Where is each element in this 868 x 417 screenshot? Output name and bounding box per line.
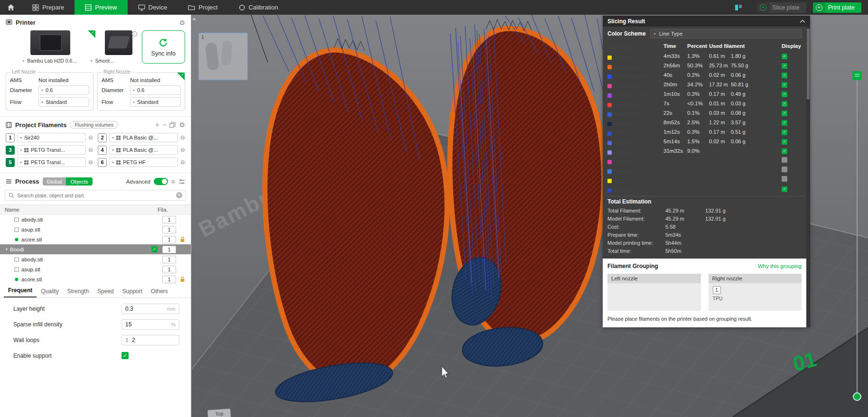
- display-checkbox[interactable]: [782, 120, 787, 126]
- remove-slot-icon[interactable]: ⊖: [180, 159, 185, 166]
- layer-height-input[interactable]: mm: [121, 304, 179, 314]
- flow-select[interactable]: ▾ Standard: [130, 97, 181, 107]
- display-checkbox[interactable]: [782, 54, 787, 59]
- layer-slider-bottom-handle[interactable]: [853, 392, 861, 401]
- scope-objects-button[interactable]: Objects: [66, 177, 92, 185]
- collapse-panel-handle[interactable]: ◂▸: [192, 16, 195, 21]
- why-this-grouping-link[interactable]: Why this grouping: [758, 263, 802, 269]
- tune-sliders-icon[interactable]: [178, 179, 185, 185]
- tab-others[interactable]: Others: [147, 286, 172, 297]
- tab-strength[interactable]: Strength: [63, 286, 93, 297]
- home-button[interactable]: [0, 0, 22, 15]
- display-checkbox[interactable]: [782, 176, 787, 182]
- filament-select[interactable]: ▾ PETG Transl...: [17, 145, 86, 155]
- remove-slot-icon[interactable]: ⊖: [88, 134, 93, 141]
- object-row[interactable]: acore.stl 1: [0, 234, 191, 244]
- filament-number[interactable]: 2: [98, 133, 107, 142]
- object-visible-checkbox[interactable]: [151, 246, 158, 252]
- filament-select[interactable]: ▾ PETG Transl...: [17, 158, 86, 167]
- display-checkbox[interactable]: [782, 101, 787, 107]
- copy-mapping-icon[interactable]: [169, 122, 176, 128]
- filament-number[interactable]: 1: [6, 133, 15, 142]
- sparse-infill-input[interactable]: %: [121, 319, 179, 330]
- filament-select[interactable]: ▾ PLA Basic @...: [109, 133, 178, 142]
- filament-assignment[interactable]: 1: [162, 276, 176, 283]
- display-checkbox[interactable]: [782, 130, 787, 135]
- tab-speed[interactable]: Speed: [93, 286, 118, 297]
- display-checkbox[interactable]: [782, 148, 787, 154]
- search-input[interactable]: [17, 193, 173, 198]
- filament-assignment[interactable]: 1: [162, 216, 176, 223]
- tab-project[interactable]: Project: [177, 0, 228, 15]
- filament-number[interactable]: 5: [6, 158, 15, 167]
- printer-settings-gear-icon[interactable]: ⚙: [179, 19, 185, 26]
- layer-slider-rail[interactable]: [857, 76, 858, 395]
- object-row[interactable]: acore.stl 1: [0, 274, 191, 284]
- tab-prepare[interactable]: Prepare: [22, 0, 75, 15]
- filament-select[interactable]: ▾ PETG HF: [109, 158, 178, 167]
- filament-assignment[interactable]: 1: [162, 236, 176, 243]
- enable-support-checkbox[interactable]: [121, 352, 129, 359]
- slice-plate-button[interactable]: ▾ Slice plate: [757, 2, 806, 13]
- plate-type-card[interactable]: i ▾ Smoot...: [99, 30, 139, 64]
- display-checkbox[interactable]: [782, 139, 787, 145]
- display-checkbox[interactable]: [782, 111, 787, 116]
- object-row-selected[interactable]: ▾Boodi 1: [0, 244, 191, 254]
- layer-slider-top-handle[interactable]: [852, 71, 862, 80]
- sync-info-button[interactable]: Sync info: [142, 30, 185, 64]
- filament-number[interactable]: 3: [6, 146, 15, 155]
- tab-support[interactable]: Support: [118, 286, 147, 297]
- layout-columns-icon[interactable]: [732, 3, 745, 12]
- remove-slot-icon[interactable]: ⊖: [88, 159, 93, 166]
- display-checkbox[interactable]: [782, 167, 787, 172]
- chevron-down-icon[interactable]: ▾: [6, 247, 8, 251]
- filament-assignment[interactable]: 1: [162, 226, 176, 233]
- wall-loops-input[interactable]: ▲▼: [121, 335, 179, 345]
- filament-assignment[interactable]: 1: [162, 256, 176, 263]
- flow-select[interactable]: ▾ Standard: [38, 97, 89, 107]
- wall-loops-value[interactable]: [132, 337, 160, 343]
- object-row[interactable]: abody.stl 1: [0, 254, 191, 264]
- filament-select[interactable]: ▾ PLA Basic @...: [109, 145, 178, 155]
- layer-height-value[interactable]: [125, 306, 154, 312]
- view-cube-label[interactable]: Top: [207, 408, 231, 417]
- diameter-select[interactable]: ▾ 0.6: [130, 85, 181, 95]
- plate-thumbnail[interactable]: 1: [198, 33, 248, 80]
- object-row[interactable]: abody.stl 1: [0, 214, 191, 224]
- remove-slot-icon[interactable]: ⊖: [88, 147, 93, 153]
- stepper-arrows-icon[interactable]: ▲▼: [125, 337, 129, 343]
- slice-options-dropdown[interactable]: ▾: [757, 2, 769, 13]
- tab-calibration[interactable]: Calibration: [228, 0, 289, 15]
- display-checkbox[interactable]: [782, 82, 787, 88]
- color-scheme-select[interactable]: ▾ Line Type: [650, 29, 802, 38]
- print-options-dropdown[interactable]: ▾: [813, 2, 825, 13]
- object-row[interactable]: asup.stl 1: [0, 224, 191, 234]
- param-list-icon[interactable]: ≡: [171, 178, 175, 185]
- display-checkbox[interactable]: [782, 63, 787, 69]
- info-icon[interactable]: i: [132, 31, 137, 37]
- scope-global-button[interactable]: Global: [43, 177, 66, 185]
- add-filament-icon[interactable]: +: [155, 121, 159, 128]
- panel-scrollbar[interactable]: [806, 27, 810, 327]
- filament-settings-gear-icon[interactable]: ⚙: [179, 121, 185, 128]
- filament-assignment[interactable]: 1: [162, 246, 176, 253]
- advanced-toggle[interactable]: [154, 178, 168, 185]
- sparse-infill-value[interactable]: [125, 321, 154, 328]
- filament-select[interactable]: ▾ Sir240: [17, 133, 86, 142]
- flushing-volumes-button[interactable]: Flushing volumes: [70, 121, 118, 129]
- remove-slot-icon[interactable]: ⊖: [180, 147, 185, 153]
- object-row[interactable]: asup.stl 1: [0, 264, 191, 274]
- remove-filament-icon[interactable]: −: [162, 121, 166, 128]
- filament-number[interactable]: 4: [98, 146, 107, 155]
- display-checkbox[interactable]: [782, 157, 787, 163]
- printer-card[interactable]: ▾ Bambu Lab H2D 0.6 no...: [6, 30, 95, 64]
- filament-assignment[interactable]: 1: [162, 266, 176, 273]
- print-plate-button[interactable]: ▾ Print plate: [813, 2, 861, 13]
- display-checkbox[interactable]: [782, 186, 787, 192]
- remove-slot-icon[interactable]: ⊖: [180, 134, 185, 141]
- clear-search-icon[interactable]: ✕: [176, 192, 182, 198]
- tab-quality[interactable]: Quality: [37, 286, 63, 297]
- tab-preview[interactable]: Preview: [75, 0, 127, 15]
- tab-frequent[interactable]: Frequent: [4, 285, 37, 297]
- filament-number[interactable]: 6: [98, 158, 107, 167]
